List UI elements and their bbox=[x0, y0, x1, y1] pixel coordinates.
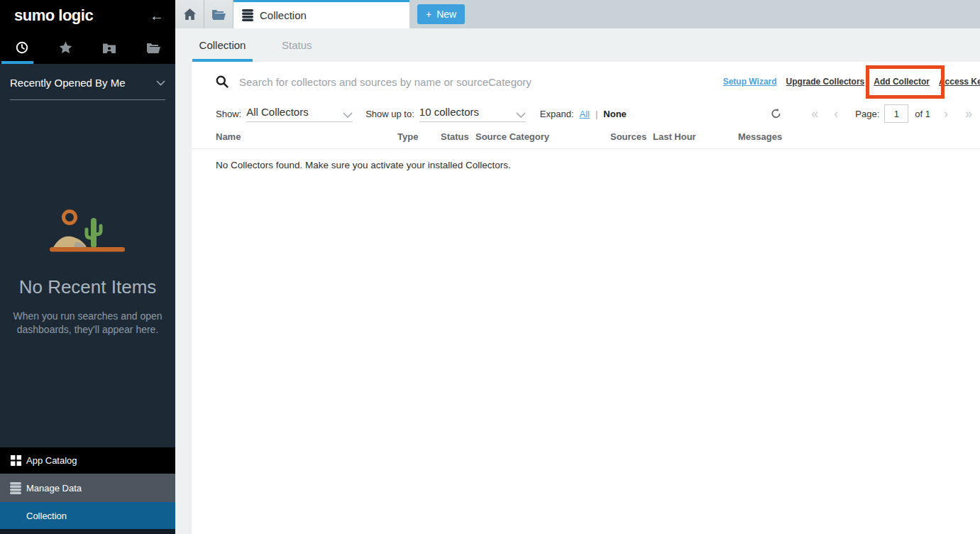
sidebar-item-manage-data[interactable]: Manage Data bbox=[0, 474, 175, 502]
column-header-messages[interactable]: Messages bbox=[738, 131, 782, 142]
recents-icon[interactable] bbox=[0, 31, 44, 64]
active-nav-indicator bbox=[1, 61, 33, 64]
library-icon[interactable] bbox=[131, 31, 175, 64]
page-of-label: of 1 bbox=[915, 109, 930, 119]
expand-all-link[interactable]: All bbox=[580, 109, 590, 119]
sidebar-item-app-catalog[interactable]: App Catalog bbox=[0, 447, 175, 474]
first-page-button[interactable]: « bbox=[811, 107, 818, 120]
access-keys-link[interactable]: Access Keys bbox=[939, 77, 980, 87]
favorites-icon[interactable] bbox=[44, 31, 88, 64]
shared-content-icon[interactable] bbox=[88, 31, 132, 64]
search-row: Setup Wizard Upgrade Collectors Add Coll… bbox=[192, 62, 980, 102]
refresh-icon[interactable] bbox=[771, 108, 781, 119]
library-button[interactable] bbox=[204, 0, 233, 28]
empty-collectors-message: No Collectors found. Make sure you activ… bbox=[192, 149, 980, 170]
top-tab-bar: Collection + New bbox=[175, 0, 980, 28]
chevron-down-icon bbox=[516, 112, 526, 118]
expand-none-link[interactable]: None bbox=[603, 109, 627, 119]
chevron-down-icon bbox=[156, 80, 165, 86]
sidebar-nav-icons bbox=[0, 31, 175, 64]
add-collector-link[interactable]: Add Collector bbox=[874, 77, 930, 87]
sidebar-bottom-strip bbox=[0, 529, 175, 534]
column-header-source-category[interactable]: Source Category bbox=[475, 131, 610, 142]
new-button[interactable]: + New bbox=[417, 4, 465, 24]
home-button[interactable] bbox=[175, 0, 204, 28]
collector-action-links: Setup Wizard Upgrade Collectors Add Coll… bbox=[723, 77, 980, 87]
show-up-to-dropdown[interactable]: 10 collectors bbox=[419, 106, 526, 122]
column-header-sources[interactable]: Sources bbox=[610, 131, 653, 142]
column-header-name[interactable]: Name bbox=[216, 131, 397, 142]
recent-items-selector[interactable]: Recently Opened By Me bbox=[10, 77, 165, 100]
tab-collection[interactable]: Collection bbox=[233, 0, 409, 28]
database-icon bbox=[10, 482, 21, 494]
page-tabs: Collection Status bbox=[175, 28, 980, 62]
desert-illustration bbox=[48, 208, 128, 255]
grid-icon bbox=[10, 455, 21, 466]
chevron-down-icon bbox=[343, 112, 353, 118]
column-header-last-hour[interactable]: Last Hour bbox=[653, 131, 738, 142]
database-icon bbox=[242, 9, 253, 21]
sidebar-empty-state: No Recent Items When you run searches an… bbox=[0, 208, 175, 337]
show-up-to-value: 10 collectors bbox=[419, 106, 479, 118]
setup-wizard-link[interactable]: Setup Wizard bbox=[723, 77, 777, 87]
upgrade-collectors-link[interactable]: Upgrade Collectors bbox=[786, 77, 865, 87]
pagination: « ‹ Page: of 1 › » bbox=[771, 102, 972, 126]
sidebar-header: sumo logic ← bbox=[0, 0, 175, 64]
show-dropdown[interactable]: All Collectors bbox=[246, 106, 353, 122]
search-input[interactable] bbox=[238, 75, 610, 89]
page-label: Page: bbox=[855, 109, 879, 119]
column-header-status[interactable]: Status bbox=[441, 131, 475, 142]
expand-label: Expand: bbox=[540, 109, 574, 119]
sidebar: sumo logic ← Recently Opened bbox=[0, 0, 175, 534]
plus-icon: + bbox=[426, 9, 431, 20]
show-up-to-label: Show up to: bbox=[365, 109, 414, 119]
show-dropdown-value: All Collectors bbox=[246, 106, 309, 118]
collection-label: Collection bbox=[26, 511, 67, 521]
last-page-button[interactable]: » bbox=[965, 107, 972, 120]
page-tab-status[interactable]: Status bbox=[275, 28, 319, 62]
collection-panel: Setup Wizard Upgrade Collectors Add Coll… bbox=[192, 62, 980, 534]
page-number-input[interactable] bbox=[884, 104, 908, 123]
sumo-logic-logo: sumo logic bbox=[14, 6, 93, 25]
expand-divider: | bbox=[595, 109, 598, 119]
no-recent-items-title: No Recent Items bbox=[0, 276, 175, 298]
page-tab-collection[interactable]: Collection bbox=[192, 28, 253, 62]
app-window: sumo logic ← Recently Opened bbox=[0, 0, 980, 534]
sidebar-bottom-menu: App Catalog Manage Data Collection bbox=[0, 447, 175, 534]
search-icon bbox=[216, 75, 229, 88]
column-header-type[interactable]: Type bbox=[397, 131, 441, 142]
collapse-sidebar-icon[interactable]: ← bbox=[150, 8, 164, 24]
prev-page-button[interactable]: ‹ bbox=[834, 107, 838, 120]
collectors-table-header: Name Type Status Source Category Sources… bbox=[192, 131, 980, 149]
manage-data-label: Manage Data bbox=[26, 483, 82, 494]
no-recent-items-description: When you run searches and open dashboard… bbox=[11, 310, 164, 337]
recent-selector-label: Recently Opened By Me bbox=[10, 77, 126, 89]
home-icon bbox=[184, 9, 196, 20]
filter-row: Show: All Collectors Show up to: 10 coll… bbox=[192, 102, 980, 126]
app-catalog-label: App Catalog bbox=[26, 455, 77, 466]
main-area: Collection + New Collection Status Setup… bbox=[175, 0, 980, 534]
folder-icon bbox=[212, 9, 226, 20]
show-label: Show: bbox=[216, 109, 241, 119]
new-button-label: New bbox=[436, 9, 456, 20]
sidebar-item-collection[interactable]: Collection bbox=[0, 502, 175, 529]
tab-collection-label: Collection bbox=[260, 9, 307, 21]
next-page-button[interactable]: › bbox=[944, 107, 948, 120]
